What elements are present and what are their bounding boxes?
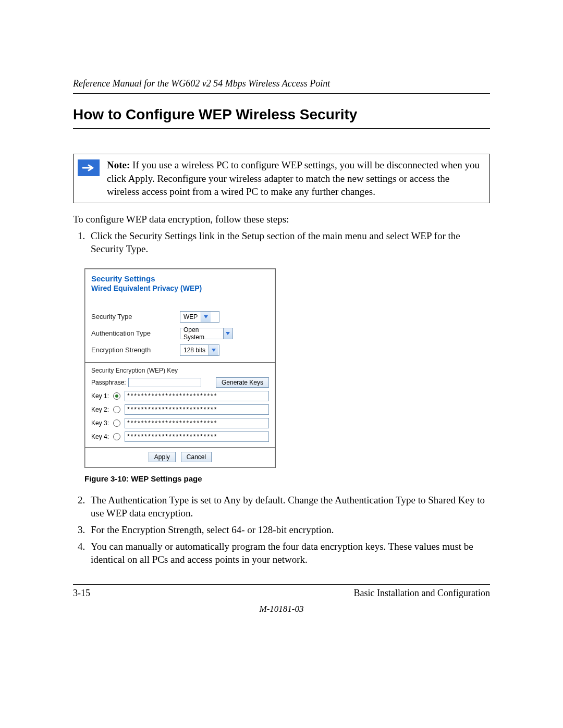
section-title: How to Configure WEP Wireless Security <box>73 106 490 129</box>
step-1: Click the Security Settings link in the … <box>88 229 490 256</box>
generate-keys-button[interactable]: Generate Keys <box>216 377 269 388</box>
note-label: Note: <box>107 159 130 170</box>
chevron-down-icon[interactable] <box>223 328 232 339</box>
steps-list-cont: The Authentication Type is set to Any by… <box>73 493 490 566</box>
page-footer: 3-15 Basic Installation and Configuratio… <box>73 588 490 599</box>
step-4: You can manually or automatically progra… <box>88 540 490 566</box>
passphrase-label: Passphrase: <box>91 379 126 386</box>
page-number: 3-15 <box>73 588 90 599</box>
divider <box>85 362 275 363</box>
key4-input[interactable] <box>125 431 269 442</box>
security-type-label: Security Type <box>91 313 180 320</box>
key4-label: Key 4: <box>91 433 112 440</box>
enc-strength-value: 128 bits <box>180 347 209 354</box>
enc-strength-select[interactable]: 128 bits <box>180 344 219 356</box>
chevron-down-icon[interactable] <box>201 312 211 322</box>
steps-list: Click the Security Settings link in the … <box>73 229 490 256</box>
key2-radio[interactable] <box>113 406 120 413</box>
note-body: If you use a wireless PC to configure WE… <box>107 159 480 197</box>
auth-type-select[interactable]: Open System <box>180 328 233 339</box>
document-page: Reference Manual for the WG602 v2 54 Mbp… <box>0 0 563 728</box>
footer-rule <box>73 584 490 585</box>
chevron-down-icon[interactable] <box>209 345 218 355</box>
key2-label: Key 2: <box>91 406 112 413</box>
cancel-button[interactable]: Cancel <box>181 452 212 462</box>
key1-input[interactable] <box>125 391 269 401</box>
passphrase-input[interactable] <box>128 378 201 387</box>
wep-settings-panel: Security Settings Wired Equivalent Priva… <box>84 268 276 468</box>
step-2: The Authentication Type is set to Any by… <box>88 493 490 520</box>
auth-type-value: Open System <box>180 326 223 341</box>
arrow-right-icon <box>78 159 100 176</box>
security-type-value: WEP <box>180 313 201 320</box>
security-type-select[interactable]: WEP <box>180 311 219 323</box>
note-text: Note: If you use a wireless PC to config… <box>107 158 483 199</box>
apply-button[interactable]: Apply <box>149 452 176 462</box>
step-3: For the Encryption Strength, select 64- … <box>88 523 490 537</box>
key2-input[interactable] <box>125 404 269 415</box>
figure-caption: Figure 3-10: WEP Settings page <box>84 474 490 483</box>
auth-type-label: Authentication Type <box>91 329 180 337</box>
key1-radio[interactable] <box>113 392 120 400</box>
running-header: Reference Manual for the WG602 v2 54 Mbp… <box>73 78 490 94</box>
key3-label: Key 3: <box>91 419 112 427</box>
intro-text: To configure WEP data encryption, follow… <box>73 213 490 226</box>
key3-input[interactable] <box>125 418 269 428</box>
enc-strength-label: Encryption Strength <box>91 346 180 354</box>
key4-radio[interactable] <box>113 433 120 440</box>
key3-radio[interactable] <box>113 419 120 427</box>
document-id: M-10181-03 <box>73 604 490 614</box>
chapter-title: Basic Installation and Configuration <box>354 588 490 599</box>
panel-title: Security Settings <box>91 274 269 283</box>
panel-subtitle: Wired Equivalent Privacy (WEP) <box>91 284 269 292</box>
note-box: Note: If you use a wireless PC to config… <box>73 154 490 203</box>
sec-key-label: Security Encryption (WEP) Key <box>91 367 269 374</box>
key1-label: Key 1: <box>91 392 112 400</box>
